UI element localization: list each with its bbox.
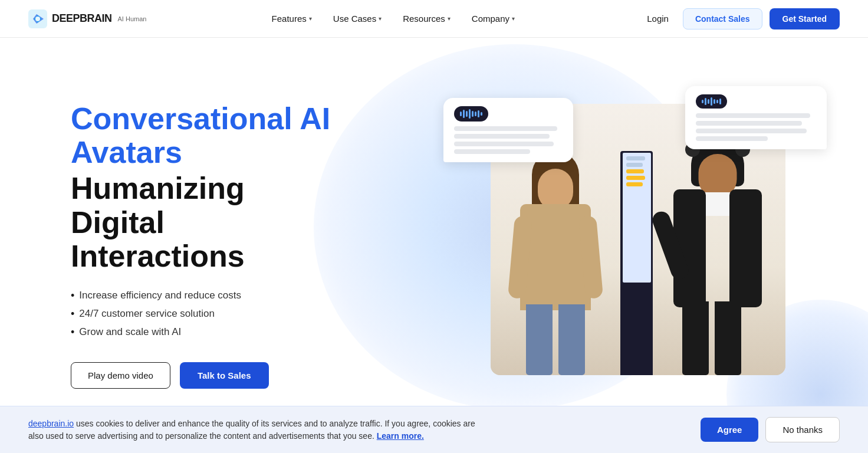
bullet-1: Increase efficiency and reduce costs [71, 290, 342, 302]
hero-bullets: Increase efficiency and reduce costs 24/… [71, 290, 342, 339]
nav-company[interactable]: Company ▾ [472, 14, 515, 24]
navbar: DEEPBRAIN AI Human Features ▾ Use Cases … [0, 0, 868, 38]
chat-content-right [696, 113, 816, 141]
ai-kiosk [620, 151, 653, 375]
hero-visual [443, 80, 833, 411]
nav-actions: Login Contact Sales Get Started [640, 8, 840, 29]
cookie-site-link[interactable]: deepbrain.io [28, 419, 74, 428]
logo-brand-text: DEEPBRAIN [52, 12, 112, 25]
cookie-banner: deepbrain.io uses cookies to deliver and… [0, 406, 868, 453]
chevron-down-icon: ▾ [448, 15, 451, 22]
hero-ctas: Play demo video Talk to Sales [71, 362, 342, 389]
nav-use-cases[interactable]: Use Cases ▾ [333, 14, 382, 24]
deepbrain-logo-icon [28, 9, 47, 28]
nav-features[interactable]: Features ▾ [272, 14, 312, 24]
cookie-no-thanks-button[interactable]: No thanks [765, 417, 840, 442]
cookie-text: deepbrain.io uses cookies to deliver and… [28, 418, 488, 442]
svg-point-1 [35, 17, 40, 21]
person-customer [508, 151, 603, 375]
contact-sales-button[interactable]: Contact Sales [683, 8, 762, 29]
bullet-3: Grow and scale with AI [71, 326, 342, 339]
login-button[interactable]: Login [640, 9, 676, 28]
cookie-agree-button[interactable]: Agree [701, 418, 759, 442]
chat-content-lines [454, 126, 563, 154]
logo-sub-text: AI Human [118, 15, 147, 22]
logo[interactable]: DEEPBRAIN AI Human [28, 9, 146, 28]
hero-title-blue: Conversational AI Avatars [71, 102, 342, 169]
chevron-down-icon: ▾ [309, 15, 312, 22]
hero-section: Conversational AI Avatars Humanizing Dig… [0, 38, 868, 453]
chevron-down-icon: ▾ [379, 15, 382, 22]
kiosk-screen [623, 153, 651, 283]
get-started-button[interactable]: Get Started [770, 8, 840, 29]
chat-bubble-right [685, 86, 827, 149]
demo-video-button[interactable]: Play demo video [71, 362, 170, 389]
bullet-2: 24/7 customer service solution [71, 308, 342, 320]
nav-links: Features ▾ Use Cases ▾ Resources ▾ Compa… [272, 14, 515, 24]
chat-header-right [696, 94, 727, 109]
cookie-actions: Agree No thanks [701, 417, 840, 442]
chevron-down-icon: ▾ [512, 15, 515, 22]
person-ai-avatar [668, 139, 768, 375]
chat-header-left [454, 106, 488, 122]
nav-resources[interactable]: Resources ▾ [403, 14, 451, 24]
chat-bubble-left [443, 98, 573, 162]
hero-content: Conversational AI Avatars Humanizing Dig… [0, 102, 342, 389]
talk-to-sales-button[interactable]: Talk to Sales [180, 362, 269, 389]
audio-wave-right-icon [702, 97, 721, 106]
hero-image-container [443, 80, 833, 411]
audio-wave-icon [460, 109, 482, 119]
hero-title-black: Humanizing Digital Interactions [71, 172, 342, 273]
cookie-learn-more-link[interactable]: Learn more. [377, 431, 424, 441]
